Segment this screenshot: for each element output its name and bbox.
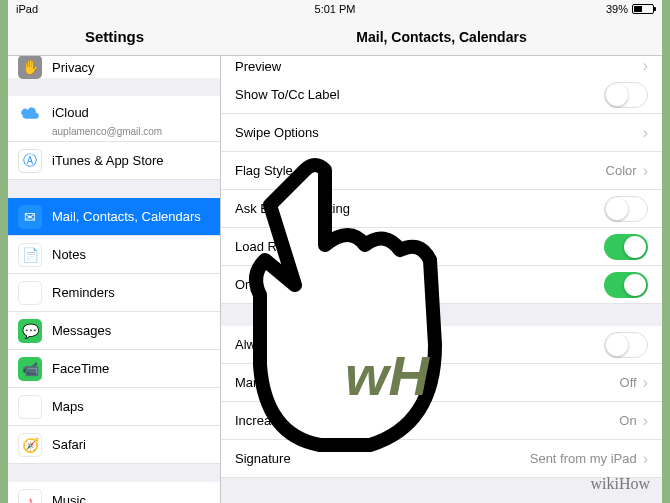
mail-icon: ✉ xyxy=(18,205,42,229)
chevron-icon: › xyxy=(643,412,648,430)
chevron-icon: › xyxy=(643,162,648,180)
status-bar: iPad 5:01 PM 39% xyxy=(8,0,662,18)
chevron-icon: › xyxy=(643,124,648,142)
clock: 5:01 PM xyxy=(315,3,356,15)
detail-title: Mail, Contacts, Calendars xyxy=(221,18,662,55)
sidebar-item-reminders[interactable]: ☲ Reminders xyxy=(8,274,220,312)
detail-panel[interactable]: Preview › Show To/Cc Label Swipe Options… xyxy=(221,56,662,503)
row-swipe-options[interactable]: Swipe Options › xyxy=(221,114,662,152)
sidebar-item-messages[interactable]: 💬 Messages xyxy=(8,312,220,350)
row-bcc-self[interactable]: Always Bcc Myself xyxy=(221,326,662,364)
row-mark-addresses[interactable]: Mark Addresses Off› xyxy=(221,364,662,402)
row-show-tocc[interactable]: Show To/Cc Label xyxy=(221,76,662,114)
notes-icon: 📄 xyxy=(18,243,42,267)
sidebar-item-music[interactable]: ♪ Music xyxy=(8,482,220,503)
ipad-screen: iPad 5:01 PM 39% Settings Mail, Contacts… xyxy=(8,0,662,503)
toggle-load-images[interactable] xyxy=(604,234,648,260)
sidebar-item-facetime[interactable]: 📹 FaceTime xyxy=(8,350,220,388)
chevron-icon: › xyxy=(643,57,648,75)
row-preview[interactable]: Preview › xyxy=(221,56,662,76)
chevron-icon: › xyxy=(643,450,648,468)
row-load-images[interactable]: Load Remote Images xyxy=(221,228,662,266)
sidebar-item-privacy[interactable]: ✋ Privacy xyxy=(8,56,220,78)
sidebar-item-itunes[interactable]: Ⓐ iTunes & App Store xyxy=(8,142,220,180)
watermark: wikiHow xyxy=(590,475,650,493)
messages-icon: 💬 xyxy=(18,319,42,343)
toggle-organize-thread[interactable] xyxy=(604,272,648,298)
sidebar-item-mail[interactable]: ✉ Mail, Contacts, Calendars xyxy=(8,198,220,236)
chevron-icon: › xyxy=(643,374,648,392)
row-flag-style[interactable]: Flag Style Color› xyxy=(221,152,662,190)
sidebar-item-maps[interactable]: 🗺 Maps xyxy=(8,388,220,426)
battery-percent: 39% xyxy=(606,3,628,15)
settings-title: Settings xyxy=(8,18,221,55)
hand-icon: ✋ xyxy=(18,56,42,79)
device-label: iPad xyxy=(16,3,38,15)
safari-icon: 🧭 xyxy=(18,433,42,457)
maps-icon: 🗺 xyxy=(18,395,42,419)
appstore-icon: Ⓐ xyxy=(18,149,42,173)
row-ask-delete[interactable]: Ask Before Deleting xyxy=(221,190,662,228)
row-organize-thread[interactable]: Organize By Thread xyxy=(221,266,662,304)
battery-icon xyxy=(632,4,654,14)
sidebar-item-icloud[interactable]: iCloud auplamenco@gmail.com xyxy=(8,96,220,142)
toggle-ask-delete[interactable] xyxy=(604,196,648,222)
cloud-icon xyxy=(18,100,42,124)
row-quote-level[interactable]: Increase Quote Level On› xyxy=(221,402,662,440)
facetime-icon: 📹 xyxy=(18,357,42,381)
settings-sidebar[interactable]: ✋ Privacy iCloud auplamenco@gmail.com Ⓐ xyxy=(8,56,221,503)
row-signature[interactable]: Signature Sent from my iPad› xyxy=(221,440,662,478)
sidebar-item-safari[interactable]: 🧭 Safari xyxy=(8,426,220,464)
toggle-bcc-self[interactable] xyxy=(604,332,648,358)
nav-header: Settings Mail, Contacts, Calendars xyxy=(8,18,662,56)
sidebar-item-notes[interactable]: 📄 Notes xyxy=(8,236,220,274)
music-icon: ♪ xyxy=(18,489,42,504)
toggle-show-tocc[interactable] xyxy=(604,82,648,108)
reminders-icon: ☲ xyxy=(18,281,42,305)
